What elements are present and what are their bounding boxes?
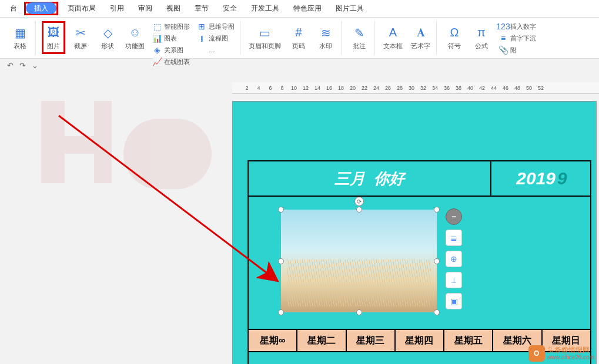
headerfooter-icon: ▭ [257,25,273,41]
tab-special[interactable]: 特色应用 [286,1,329,16]
ruler-tick: 42 [476,85,488,91]
title-hello: 你好 [374,168,404,189]
weekday-cell: 星期∞ [249,330,297,351]
title-year: 2019 [516,168,556,188]
resize-handle-ml[interactable] [278,258,284,264]
ruler-tick: 32 [417,85,429,91]
mindmap-button[interactable]: ⊞思维导图 [195,21,236,32]
table-button[interactable]: ▦ 表格 [8,21,32,54]
weekday-cell: 星期三 [347,330,396,351]
tab-insert[interactable]: 插入 [26,2,56,14]
undo-button[interactable]: ↶ [7,61,14,70]
title-text-cell: 三月 你好 [249,161,490,196]
picture-button[interactable]: 🖼 图片 [42,21,65,54]
resize-handle-tl[interactable] [278,207,284,213]
tab-security[interactable]: 安全 [216,1,244,16]
resize-handle-bl[interactable] [278,309,284,315]
insertnum-label: 插入数字 [510,22,536,31]
watermark-button[interactable]: ≋ 水印 [314,21,337,54]
shape-button[interactable]: ◇ 形状 [96,21,119,54]
pagenum-icon: # [291,25,306,41]
screenshot-button[interactable]: ✂ 截屏 [69,21,92,54]
insertnum-button[interactable]: 123插入数字 [497,21,538,32]
firstdrop-button[interactable]: ≡首字下沉 [497,33,538,43]
tab-review[interactable]: 审阅 [131,1,159,16]
title-year-shadow: 9 [557,168,567,188]
ruler-tick: 24 [370,85,382,91]
smartart-button[interactable]: ⬚智能图形 [150,21,192,32]
more-button[interactable]: … [195,45,236,55]
tab-view[interactable]: 视图 [159,1,188,16]
ruler-tick: 12 [300,85,312,91]
title-month: 三月 [334,168,365,189]
select-icon: ▣ [450,296,458,306]
rotate-handle[interactable]: ⟳ [354,197,364,206]
ribbon: ▦ 表格 🖼 图片 ✂ 截屏 ◇ 形状 ☺ 功能图 ⬚智能图形 📊图表 ◈关系图… [0,18,599,59]
symbol-button[interactable]: Ω 符号 [443,21,466,54]
shape-label: 形状 [101,42,114,50]
float-select-button[interactable]: ▣ [446,293,462,309]
headerfooter-label: 页眉和页脚 [249,42,281,50]
equation-button[interactable]: π 公式 [470,21,493,54]
chart-label: 图表 [164,34,177,43]
float-crop-button[interactable]: ⟂ [446,272,462,288]
wordart-icon: 𝐀 [413,25,429,41]
online-button[interactable]: 📈在线图表 [150,56,192,67]
attach-button[interactable]: 📎附 [497,45,538,55]
chart-button[interactable]: 📊图表 [150,33,192,43]
tab-references[interactable]: 引用 [103,1,131,16]
resize-handle-mr[interactable] [434,258,440,264]
zoom-icon: ⊕ [450,254,457,264]
ruler-tick: 6 [265,85,276,91]
ruler-tick: 40 [464,85,476,91]
ruler-tick: 22 [359,85,370,91]
comment-button[interactable]: ✎ 批注 [347,21,371,54]
redo-button[interactable]: ↷ [19,61,26,70]
float-collapse-button[interactable]: − [446,208,462,225]
table-icon: ▦ [12,25,28,41]
ribbon-group-symbol: Ω 符号 π 公式 123插入数字 ≡首字下沉 📎附 [439,21,541,55]
insertnum-icon: 123 [498,22,508,31]
resize-handle-br[interactable] [434,309,440,315]
firstdrop-icon: ≡ [498,33,508,43]
table-label: 表格 [14,42,26,50]
equation-icon: π [474,25,489,41]
attach-label: 附 [510,46,517,55]
tab-picture-tools[interactable]: 图片工具 [329,1,371,16]
tab-prefix: 台 [3,1,24,16]
comment-icon: ✎ [352,25,367,41]
resize-handle-bm[interactable] [356,309,362,315]
wordart-label: 艺术字 [411,42,430,50]
resize-handle-tr[interactable] [434,207,440,213]
resize-handle-tm[interactable] [356,207,362,213]
attach-icon: 📎 [498,45,508,55]
firstdrop-label: 首字下沉 [510,34,536,43]
online-icon: 📈 [152,57,162,66]
document-page[interactable]: 三月 你好 20199 ⟳ [232,101,597,364]
tab-developer[interactable]: 开发工具 [244,1,286,16]
tab-page-layout[interactable]: 页面布局 [61,1,103,16]
textbox-label: 文本框 [383,42,403,50]
ribbon-group-text: A 文本框 𝐀 艺术字 [377,21,437,55]
float-zoom-button[interactable]: ⊕ [446,251,462,267]
mindmap-label: 思维导图 [209,22,235,31]
flowchart-button[interactable]: ⫿流程图 [195,33,236,43]
wordart-button[interactable]: 𝐀 艺术字 [409,21,433,54]
textbox-button[interactable]: A 文本框 [381,21,405,54]
menu-tab-bar: 台 插入 页面布局 引用 审阅 视图 章节 安全 开发工具 特色应用 图片工具 [0,0,599,18]
selected-image[interactable]: ⟳ [281,210,437,312]
pagenum-button[interactable]: # 页码 [287,21,310,54]
qat-more-button[interactable]: ⌄ [32,61,38,70]
headerfooter-button[interactable]: ▭ 页眉和页脚 [246,21,283,54]
icon-button[interactable]: ☺ 功能图 [123,21,147,54]
watermark-icon: ≋ [318,25,333,41]
calendar-frame: 三月 你好 20199 ⟳ [247,160,591,364]
image-area: ⟳ − ≣ ⊕ ⟂ ▣ [249,197,590,329]
horizontal-ruler[interactable]: 2 4 6 8 10 12 14 16 18 20 22 24 26 28 30… [232,82,599,94]
smartart-label: 智能图形 [164,22,190,31]
float-layout-button[interactable]: ≣ [446,230,462,246]
ruler-tick: 26 [382,85,394,91]
relation-button[interactable]: ◈关系图 [150,45,192,55]
tab-section[interactable]: 章节 [188,1,216,16]
crop-icon: ⟂ [451,275,456,285]
